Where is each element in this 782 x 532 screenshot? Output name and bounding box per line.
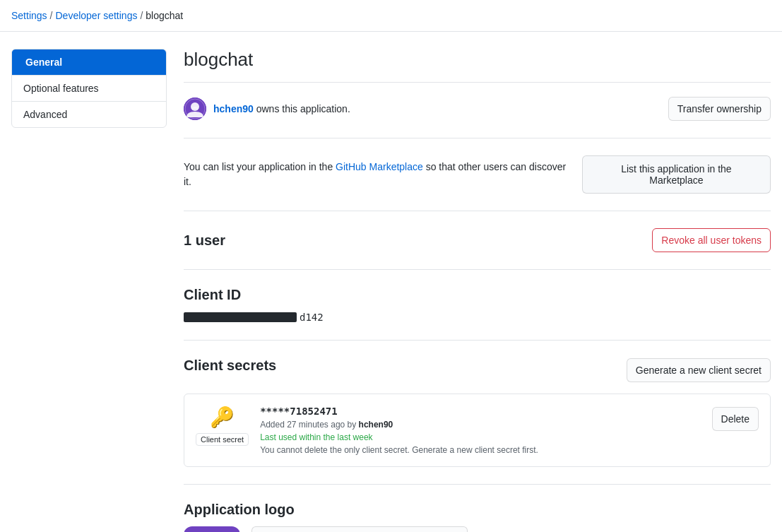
breadcrumb-developer-settings-link[interactable]: Developer settings (55, 10, 137, 21)
breadcrumb-current: blogchat (146, 10, 183, 21)
secret-value: *****71852471 (260, 406, 700, 417)
sidebar: General Optional features Advanced (11, 49, 167, 532)
client-secrets-title: Client secrets (184, 357, 276, 374)
logo-content: H Upload new logo You can also drag and … (184, 526, 771, 532)
marketplace-row: You can list your application in the Git… (184, 155, 771, 194)
transfer-ownership-button[interactable]: Transfer ownership (668, 97, 771, 121)
sidebar-item-advanced[interactable]: Advanced (12, 101, 166, 127)
app-logo-title: Application logo (184, 502, 771, 518)
marketplace-section: You can list your application in the Git… (184, 155, 771, 211)
client-secrets-section: Client secrets Generate a new client sec… (184, 357, 771, 485)
breadcrumb-sep-2: / (140, 10, 143, 21)
secret-meta: Added 27 minutes ago by hchen90 (260, 420, 700, 430)
sidebar-nav: General Optional features Advanced (11, 49, 167, 128)
secret-label-badge: Client secret (196, 433, 249, 446)
users-count: 1 user (184, 232, 225, 249)
key-icon: 🔑 (210, 406, 235, 429)
revoke-tokens-button[interactable]: Revoke all user tokens (652, 228, 771, 252)
secret-meta-text: Added 27 minutes ago by (260, 420, 358, 430)
users-number: 1 (184, 232, 191, 248)
secret-last-used: Last used within the last week (260, 432, 700, 442)
generate-secret-button[interactable]: Generate a new client secret (627, 358, 771, 382)
secrets-header: Client secrets Generate a new client sec… (184, 357, 771, 382)
client-id-value: d142 (184, 312, 771, 323)
owner-row: hchen90 owns this application. Transfer … (184, 97, 771, 121)
secret-icon-wrap: 🔑 Client secret (196, 406, 249, 446)
delete-secret-button[interactable]: Delete (712, 407, 759, 431)
owner-owns-text: owns this application. (256, 103, 350, 114)
owner-username-link[interactable]: hchen90 (213, 103, 254, 114)
client-id-title: Client ID (184, 287, 771, 303)
client-id-suffix: d142 (300, 312, 324, 323)
marketplace-desc-prefix: You can list your application in the (184, 161, 336, 172)
github-marketplace-link[interactable]: GitHub Marketplace (336, 161, 423, 172)
sidebar-item-optional-features[interactable]: Optional features (12, 75, 166, 101)
content-area: blogchat hchen90 (184, 49, 771, 532)
users-section: 1 user Revoke all user tokens (184, 228, 771, 270)
app-logo-section: Application logo H Upload new logo You c… (184, 502, 771, 532)
breadcrumb-sep-1: / (50, 10, 53, 21)
secret-actions: Delete (712, 406, 759, 431)
secret-meta-user: hchen90 (359, 420, 393, 430)
client-id-section: Client ID d142 (184, 287, 771, 341)
page-title: blogchat (184, 49, 771, 83)
marketplace-text: You can list your application in the Git… (184, 160, 571, 189)
logo-preview: H (184, 526, 240, 532)
owner-info: hchen90 owns this application. (184, 97, 350, 120)
main-layout: General Optional features Advanced blogc… (0, 32, 782, 532)
breadcrumb: Settings / Developer settings / blogchat (0, 0, 782, 32)
sidebar-item-general[interactable]: General (12, 49, 166, 75)
secret-info: *****71852471 Added 27 minutes ago by hc… (260, 406, 700, 455)
list-marketplace-button[interactable]: List this application in the Marketplace (582, 155, 771, 194)
upload-logo-button[interactable]: Upload new logo (251, 526, 468, 532)
secret-card: 🔑 Client secret *****71852471 Added 27 m… (184, 394, 771, 467)
secret-warning: You cannot delete the only client secret… (260, 445, 700, 455)
users-row: 1 user Revoke all user tokens (184, 228, 771, 252)
logo-upload-area: Upload new logo You can also drag and dr… (251, 526, 468, 532)
users-label-text: user (196, 232, 225, 248)
owner-section: hchen90 owns this application. Transfer … (184, 97, 771, 138)
client-id-redacted (184, 312, 297, 322)
avatar (184, 97, 206, 120)
breadcrumb-settings-link[interactable]: Settings (11, 10, 47, 21)
avatar-image (184, 97, 206, 120)
owner-text: hchen90 owns this application. (213, 103, 350, 114)
